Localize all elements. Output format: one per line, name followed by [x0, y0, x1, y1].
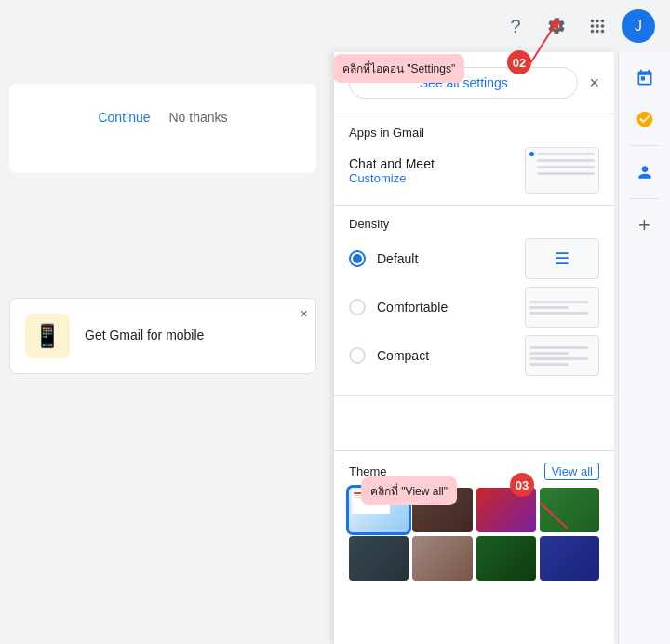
- spacer-section: [334, 396, 614, 451]
- annotation-bubble-viewall: คลิกที่ "View all": [361, 476, 457, 505]
- density-compact-radio[interactable]: [349, 347, 366, 364]
- view-all-button[interactable]: View all: [544, 463, 599, 480]
- annotation-number-3: 03: [510, 473, 534, 497]
- chat-meet-label: Chat and Meet: [349, 156, 435, 171]
- annotation-bubble-settings: คลิกที่ไอคอน "Settings": [333, 54, 464, 83]
- chat-meet-row: Chat and Meet Customize: [349, 147, 599, 194]
- density-comfortable-preview: [525, 287, 599, 328]
- density-comfortable-radio[interactable]: [349, 299, 366, 315]
- sidebar-add-button[interactable]: +: [626, 207, 663, 244]
- density-compact-label: Compact: [377, 348, 514, 363]
- annotation-number-2: 02: [507, 50, 531, 74]
- sidebar-divider-2: [630, 198, 660, 199]
- gmail-mobile-card: × 📱 Get Gmail for mobile: [9, 298, 316, 374]
- chat-preview: [525, 147, 599, 194]
- apps-icon[interactable]: [581, 9, 614, 43]
- theme-section: Theme View all: [334, 451, 614, 592]
- gmail-card-close[interactable]: ×: [301, 306, 308, 321]
- settings-close-button[interactable]: ×: [589, 74, 599, 93]
- no-thanks-button[interactable]: No thanks: [166, 102, 232, 132]
- theme-item-7[interactable]: [476, 536, 536, 581]
- density-default-label: Default: [377, 251, 514, 266]
- theme-item-4[interactable]: [540, 488, 599, 532]
- density-comfortable-option[interactable]: Comfortable: [349, 287, 599, 328]
- theme-item-8[interactable]: [540, 536, 599, 581]
- action-buttons: Continue No thanks: [28, 102, 298, 132]
- customize-link[interactable]: Customize: [349, 171, 435, 185]
- avatar[interactable]: J: [622, 9, 655, 43]
- gmail-card-text: Get Gmail for mobile: [85, 327, 204, 345]
- apps-in-gmail-section: Apps in Gmail Chat and Meet Customize: [334, 114, 614, 206]
- density-default-preview: ☰: [525, 238, 599, 279]
- density-comfortable-label: Comfortable: [377, 300, 514, 315]
- settings-icon[interactable]: [540, 9, 573, 43]
- settings-panel: See all settings × Apps in Gmail Chat an…: [333, 52, 614, 644]
- density-section: Density Default ☰ Comfortable: [334, 206, 614, 396]
- continue-button[interactable]: Continue: [94, 102, 154, 132]
- density-default-icon: ☰: [555, 248, 570, 269]
- density-compact-preview: [525, 335, 599, 376]
- density-default-radio[interactable]: [349, 250, 366, 267]
- sidebar-contacts-icon[interactable]: [626, 154, 663, 191]
- theme-item-5[interactable]: [349, 536, 409, 581]
- top-bar: ? J: [484, 0, 670, 52]
- sidebar-tasks-icon[interactable]: [626, 101, 663, 138]
- sidebar-calendar-icon[interactable]: [626, 60, 663, 97]
- density-title: Density: [349, 217, 599, 231]
- right-sidebar: +: [618, 52, 670, 644]
- sidebar-divider: [630, 145, 660, 146]
- theme-item-6[interactable]: [412, 536, 472, 581]
- density-compact-option[interactable]: Compact: [349, 335, 599, 376]
- gmail-mobile-icon: 📱: [25, 314, 70, 358]
- apps-in-gmail-title: Apps in Gmail: [349, 126, 599, 140]
- help-icon[interactable]: ?: [499, 9, 532, 43]
- density-default-option[interactable]: Default ☰: [349, 238, 599, 279]
